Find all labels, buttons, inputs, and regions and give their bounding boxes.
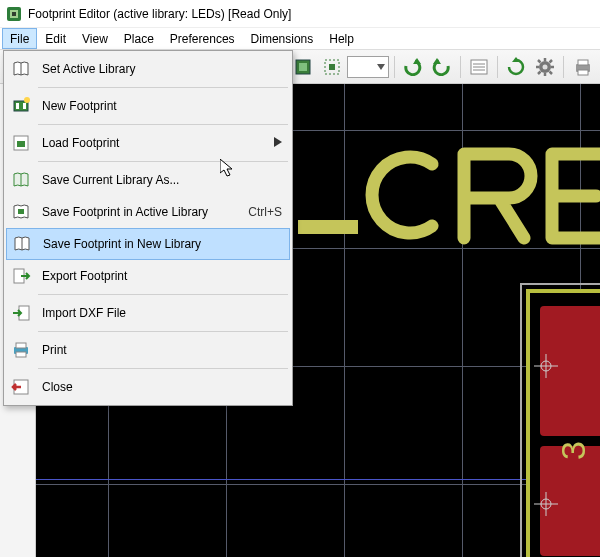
menu-edit[interactable]: Edit: [37, 28, 74, 49]
svg-rect-49: [16, 343, 26, 348]
svg-rect-39: [23, 103, 26, 109]
save-new-library-icon: [7, 234, 37, 254]
svg-rect-8: [329, 64, 335, 70]
menu-import-dxf[interactable]: Import DXF File: [6, 297, 290, 329]
toolbar-separator: [394, 56, 395, 78]
menu-separator: [38, 87, 288, 88]
toolbar-separator: [460, 56, 461, 78]
menu-file[interactable]: File: [2, 28, 37, 49]
zoom-select[interactable]: [347, 56, 388, 78]
menu-dimensions[interactable]: Dimensions: [243, 28, 322, 49]
import-icon: [6, 303, 36, 323]
book-icon: [6, 59, 36, 79]
origin-mark: [534, 354, 558, 378]
svg-rect-38: [16, 103, 19, 109]
menu-print[interactable]: Print: [6, 334, 290, 366]
close-app-icon: [6, 377, 36, 397]
toolbar-properties-button[interactable]: [466, 53, 493, 81]
menu-help[interactable]: Help: [321, 28, 362, 49]
window-title: Footprint Editor (active library: LEDs) …: [28, 7, 291, 21]
menu-item-label: Set Active Library: [36, 62, 282, 76]
save-library-icon: [6, 170, 36, 190]
menu-export-footprint[interactable]: Export Footprint: [6, 260, 290, 292]
menu-save-footprint-active[interactable]: Save Footprint in Active Library Ctrl+S: [6, 196, 290, 228]
pad-number: 3: [554, 441, 593, 460]
menu-item-label: Import DXF File: [36, 306, 282, 320]
svg-line-19: [538, 60, 541, 63]
save-footprint-icon: [6, 202, 36, 222]
svg-point-40: [24, 97, 30, 103]
svg-rect-24: [578, 60, 588, 65]
silk-underscore: [298, 220, 358, 234]
toolbar-undo-button[interactable]: [399, 53, 426, 81]
menu-item-label: New Footprint: [36, 99, 282, 113]
toolbar-separator: [497, 56, 498, 78]
menubar: File Edit View Place Preferences Dimensi…: [0, 28, 600, 50]
menu-item-label: Save Footprint in New Library: [37, 237, 281, 251]
svg-point-14: [543, 64, 548, 69]
menu-load-footprint[interactable]: Load Footprint: [6, 127, 290, 159]
svg-rect-25: [578, 70, 588, 75]
grid-line: [344, 84, 345, 557]
menu-separator: [38, 368, 288, 369]
toolbar-redo-button[interactable]: [428, 53, 455, 81]
menu-save-footprint-new-library[interactable]: Save Footprint in New Library: [6, 228, 290, 260]
svg-line-21: [550, 60, 553, 63]
menu-separator: [38, 124, 288, 125]
svg-rect-42: [17, 141, 25, 147]
svg-rect-50: [16, 352, 26, 357]
submenu-arrow-icon: [274, 136, 282, 150]
svg-line-20: [550, 71, 553, 74]
menu-new-footprint[interactable]: New Footprint: [6, 90, 290, 122]
export-icon: [6, 266, 36, 286]
menu-item-label: Save Current Library As...: [36, 173, 282, 187]
toolbar-chip-dashed-button[interactable]: [319, 53, 346, 81]
toolbar-print-button[interactable]: [569, 53, 596, 81]
menu-shortcut: Ctrl+S: [248, 205, 282, 219]
svg-rect-2: [12, 12, 16, 16]
menu-item-label: Print: [36, 343, 282, 357]
titlebar: Footprint Editor (active library: LEDs) …: [0, 0, 600, 28]
menu-item-label: Save Footprint in Active Library: [36, 205, 248, 219]
file-menu-dropdown: Set Active Library New Footprint Load Fo…: [3, 50, 293, 406]
menu-separator: [38, 331, 288, 332]
svg-rect-6: [299, 63, 307, 71]
menu-preferences[interactable]: Preferences: [162, 28, 243, 49]
grid-line: [36, 484, 600, 485]
menu-set-active-library[interactable]: Set Active Library: [6, 53, 290, 85]
origin-mark: [534, 492, 558, 516]
load-footprint-icon: [6, 133, 36, 153]
toolbar-chip-green-button[interactable]: [290, 53, 317, 81]
menu-separator: [38, 294, 288, 295]
app-icon: [6, 6, 22, 22]
menu-item-label: Export Footprint: [36, 269, 282, 283]
toolbar-separator: [563, 56, 564, 78]
menu-view[interactable]: View: [74, 28, 116, 49]
menu-close[interactable]: Close: [6, 371, 290, 403]
axis-line: [36, 479, 600, 480]
silkscreen-text: [364, 146, 600, 246]
menu-save-library-as[interactable]: Save Current Library As...: [6, 164, 290, 196]
menu-place[interactable]: Place: [116, 28, 162, 49]
menu-separator: [38, 161, 288, 162]
toolbar-refresh-button[interactable]: [503, 53, 530, 81]
svg-line-22: [538, 71, 541, 74]
toolbar-settings-button[interactable]: [532, 53, 559, 81]
svg-rect-44: [18, 209, 24, 214]
menu-item-label: Close: [36, 380, 282, 394]
new-footprint-icon: [6, 96, 36, 116]
menu-item-label: Load Footprint: [36, 136, 274, 150]
print-icon: [6, 340, 36, 360]
